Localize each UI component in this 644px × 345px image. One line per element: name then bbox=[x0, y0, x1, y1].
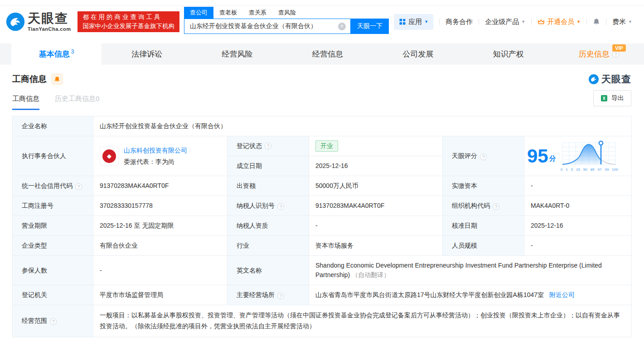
auto-translate-note: （自动翻译） bbox=[352, 271, 390, 278]
table-row: 登记机关 平度市市场监督管理局 主要经营场所 山东省青岛市平度市凤台街道太原路1… bbox=[13, 285, 632, 305]
search-input[interactable] bbox=[184, 23, 338, 30]
search-tab-company[interactable]: 查公司 bbox=[184, 7, 213, 19]
nav-separator bbox=[586, 19, 587, 25]
notifications-button[interactable] bbox=[593, 18, 600, 25]
taxpayer-quality-label: 纳税人资质 bbox=[228, 216, 309, 236]
table-row: 经营范围 一般项目：以私募基金从事股权投资、投资管理、资产管理等活动（须在中国证… bbox=[13, 305, 632, 337]
tab-operational-risk[interactable]: 经营风险 bbox=[192, 43, 282, 65]
nav-user[interactable]: 费米 ▼ bbox=[612, 18, 632, 26]
promo-banner[interactable]: 都在用的商业查询工具 国家中小企业发展子基金旗下机构 bbox=[77, 11, 179, 32]
tab-business-label: 经营信息 bbox=[312, 49, 343, 59]
export-button[interactable]: 导出 bbox=[593, 90, 631, 106]
tab-company-development[interactable]: 公司发展 bbox=[373, 43, 463, 65]
site-domain: TianYanCha.com bbox=[28, 26, 71, 32]
chevron-down-icon: ▼ bbox=[521, 19, 525, 24]
address-value: 山东省青岛市平度市凤台街道太原路17号山东财经大学平度创新创业园A栋1047室 bbox=[315, 291, 544, 298]
search-button[interactable]: 天眼一下 bbox=[351, 19, 389, 34]
watermark-text: 天眼查 bbox=[601, 73, 631, 86]
search-tab-relation[interactable]: 查关系 bbox=[243, 7, 272, 19]
company-tab-bar: 基本信息 3 法律诉讼 经营风险 经营信息 公司发展 知识产权 VIP 历史信息 bbox=[0, 43, 644, 65]
business-term-value: 2025-12-16 至 无固定期限 bbox=[93, 216, 228, 236]
help-icon[interactable] bbox=[493, 203, 499, 210]
chevron-down-icon: ▼ bbox=[628, 19, 632, 24]
help-icon[interactable] bbox=[480, 153, 487, 160]
nav-apps-label: 应用 bbox=[408, 18, 422, 26]
clear-search-icon[interactable] bbox=[338, 23, 346, 30]
nearby-companies-link[interactable]: 附近公司 bbox=[549, 291, 575, 298]
site-logo[interactable]: 天眼查 TianYanCha.com bbox=[5, 12, 71, 32]
partner-company-link[interactable]: 山东科创投资有限公司 bbox=[124, 147, 187, 154]
site-header: 天眼查 TianYanCha.com 都在用的商业查询工具 国家中小企业发展子基… bbox=[0, 0, 644, 43]
help-icon[interactable] bbox=[612, 51, 619, 58]
credit-code-label: 统一社会信用代码 bbox=[13, 176, 93, 196]
help-icon[interactable] bbox=[277, 292, 284, 299]
tab-business-info[interactable]: 经营信息 bbox=[282, 43, 373, 65]
executive-partner-label: 执行事务合伙人 bbox=[13, 136, 93, 176]
search-tab-risk[interactable]: 查风险 bbox=[272, 7, 302, 19]
promo-line2: 国家中小企业发展子基金旗下机构 bbox=[82, 22, 174, 31]
score-cell: 95 分 bbox=[524, 136, 632, 176]
partner-emblem-icon: ◆ bbox=[102, 149, 116, 163]
approval-date-value: 2025-12-16 bbox=[524, 216, 632, 236]
tab-basic-info[interactable]: 基本信息 3 bbox=[11, 43, 102, 65]
nav-membership-label: 开通会员 bbox=[547, 18, 574, 26]
address-label: 主要经营场所 bbox=[228, 285, 309, 305]
score-value: 95 bbox=[527, 147, 548, 166]
tab-intellectual-property[interactable]: 知识产权 bbox=[463, 43, 553, 65]
establish-date-value: 2025-12-16 bbox=[309, 156, 442, 176]
company-type-value: 有限合伙企业 bbox=[93, 236, 228, 256]
help-icon[interactable] bbox=[277, 203, 284, 210]
help-icon[interactable] bbox=[265, 143, 271, 149]
tab-history-label: 历史信息 bbox=[579, 49, 610, 59]
establish-date-label: 成立日期 bbox=[228, 156, 309, 176]
nav-separator bbox=[479, 19, 479, 25]
capital-label: 出资额 bbox=[228, 176, 309, 196]
score-axis-labels: 01 315 5085 9799 100 bbox=[561, 167, 618, 172]
vip-badge: VIP bbox=[612, 44, 626, 52]
nav-membership[interactable]: 开通会员 ▼ bbox=[537, 18, 581, 26]
table-row: 工商注册号 370283330157778 纳税人识别号 91370283MAK… bbox=[13, 196, 632, 216]
business-scope-value: 一般项目：以私募基金从事股权投资、投资管理、资产管理等活动（须在中国证券投资基金… bbox=[93, 305, 632, 337]
partner-representative: 委派代表：李为尚 bbox=[124, 157, 187, 167]
subscribe-bell-button[interactable] bbox=[51, 73, 63, 85]
tab-history-info[interactable]: VIP 历史信息 bbox=[554, 43, 644, 65]
credit-code-value: 91370283MAK4A0RT0F bbox=[93, 176, 228, 196]
approval-date-label: 核准日期 bbox=[443, 216, 524, 236]
executive-partner-cell: ◆ 山东科创投资有限公司 委派代表：李为尚 bbox=[100, 146, 221, 167]
registration-status-label: 登记状态 bbox=[228, 136, 309, 156]
tab-legal[interactable]: 法律诉讼 bbox=[102, 43, 192, 65]
registry-label: 登记机关 bbox=[13, 285, 93, 305]
nav-enterprise[interactable]: 企业级产品 ▼ bbox=[485, 18, 525, 26]
help-icon[interactable] bbox=[75, 183, 82, 190]
company-name-label: 企业名称 bbox=[13, 116, 93, 136]
business-term-label: 营业期限 bbox=[13, 216, 93, 236]
tianyancha-logo-icon bbox=[588, 74, 599, 85]
chevron-down-icon: ▼ bbox=[424, 19, 428, 24]
help-icon[interactable] bbox=[50, 318, 57, 325]
company-type-label: 企业类型 bbox=[13, 236, 93, 256]
score-distribution-chart: 01 315 5085 9799 100 bbox=[561, 140, 618, 172]
subtab-history-business-info[interactable]: 历史工商信息0 bbox=[55, 95, 99, 110]
registry-value: 平度市市场监督管理局 bbox=[93, 285, 228, 305]
section-title: 工商信息 bbox=[12, 73, 47, 85]
nav-enterprise-label: 企业级产品 bbox=[485, 18, 519, 26]
taxpayer-id-value: 91370283MAK4A0RT0F bbox=[309, 196, 443, 216]
staff-size-value: - bbox=[524, 236, 632, 256]
tianyancha-logo-icon bbox=[5, 12, 25, 32]
reg-number-value: 370283330157778 bbox=[93, 196, 228, 216]
search-tab-boss[interactable]: 查老板 bbox=[213, 7, 243, 19]
english-name-label: 英文名称 bbox=[228, 256, 309, 285]
search-tabs: 查公司 查老板 查关系 查风险 bbox=[184, 7, 389, 19]
chevron-down-icon: ▼ bbox=[576, 19, 581, 24]
nav-cooperation[interactable]: 商务合作 bbox=[445, 18, 473, 26]
registration-status-value: 开业 bbox=[309, 136, 442, 156]
org-code-label: 组织机构代码 bbox=[443, 196, 524, 216]
industry-label: 行业 bbox=[228, 236, 309, 256]
excel-icon bbox=[600, 95, 608, 102]
staff-size-label: 人员规模 bbox=[443, 236, 524, 256]
table-row: 执行事务合伙人 ◆ 山东科创投资有限公司 委派代表：李为尚 登记状态 开业 bbox=[13, 136, 632, 176]
nav-apps[interactable]: 应用 ▼ bbox=[394, 14, 433, 30]
table-row: 参保人数 - 英文名称 Shandong Economic Developmen… bbox=[13, 256, 632, 285]
nav-username: 费米 bbox=[612, 18, 626, 26]
subtab-business-info[interactable]: 工商信息 bbox=[12, 95, 39, 110]
